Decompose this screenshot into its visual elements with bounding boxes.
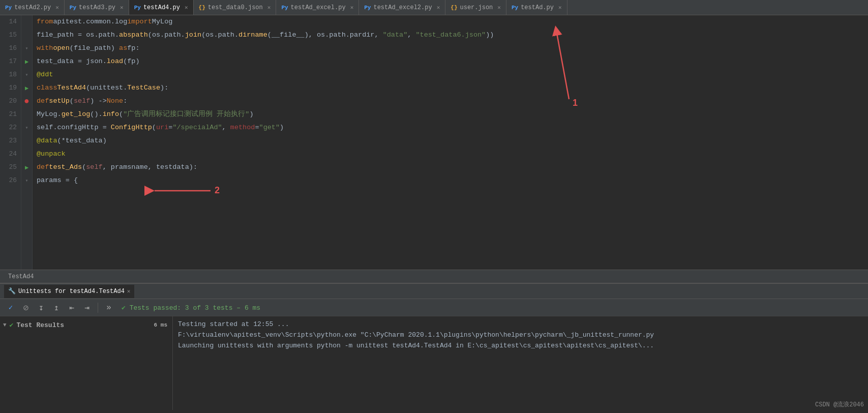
tab-testAd_excel[interactable]: PytestAd_excel.py✕ <box>276 0 359 15</box>
code-line-20[interactable]: def setUp(self) -> None: <box>33 95 868 108</box>
tab-label-testAd2: testAd2.py <box>14 4 51 11</box>
gutter-26[interactable]: ▾ <box>21 174 32 187</box>
sort-desc-button[interactable]: ↥ <box>50 302 63 314</box>
tab-testAd3[interactable]: PytestAd3.py✕ <box>65 0 129 15</box>
tab-close-testAd[interactable]: ✕ <box>558 4 562 11</box>
panel-toolbar: ✓ ⊘ ↧ ↥ ⇤ ⇥ » ✔ Tests passed: 3 of 3 tes… <box>0 299 868 316</box>
tab-testAd4[interactable]: PytestAd4.py✕ <box>129 0 194 15</box>
gutter-22[interactable]: ▾ <box>21 121 32 134</box>
code-line-16[interactable]: with open(file_path) as fp: <box>33 42 868 55</box>
editor-footer: TestAd4 <box>0 270 868 283</box>
tab-testAd[interactable]: PytestAd.py✕ <box>506 0 567 15</box>
line-num-22: 22 <box>4 121 17 134</box>
fold-18[interactable]: ▾ <box>25 72 28 78</box>
tab-close-testAd_excel2[interactable]: ✕ <box>437 4 440 11</box>
gutter-19[interactable]: ▶ <box>21 81 32 95</box>
line-numbers: 14151617181920212223242526 <box>0 15 21 270</box>
tree-root[interactable]: ▼ ✔ Test Results 6 ms <box>0 318 172 332</box>
console-line: F:\virtualenv\apitest_venv\Scripts\pytho… <box>178 330 863 341</box>
toolbar-separator <box>98 303 98 313</box>
gutter-16[interactable]: ▾ <box>21 42 32 55</box>
tab-close-testAd_excel[interactable]: ✕ <box>350 4 354 11</box>
tab-icon-testAd: Py <box>512 5 518 11</box>
run-icon-19[interactable]: ▶ <box>25 84 28 92</box>
code-line-17[interactable]: test_data = json.load(fp) <box>33 55 868 68</box>
panel-tab-unittests[interactable]: 🔧 Unittests for testAd4.TestAd4 ✕ <box>4 285 134 298</box>
line-num-26: 26 <box>4 174 17 187</box>
tab-label-testAd3: testAd3.py <box>79 4 115 11</box>
fold-26[interactable]: ▾ <box>25 178 28 184</box>
console-line: Testing started at 12:55 ... <box>178 319 863 330</box>
line-num-23: 23 <box>4 134 17 148</box>
test-status: ✔ Tests passed: 3 of 3 tests – 6 ms <box>122 304 260 312</box>
tab-icon-testAd4: Py <box>134 5 141 11</box>
breakpoint-20[interactable]: ● <box>24 96 29 106</box>
run-icon-17[interactable]: ▶ <box>25 58 28 66</box>
gutter-24 <box>21 148 32 161</box>
tab-icon-testAd3: Py <box>70 5 76 11</box>
editor-area: 14151617181920212223242526 ▾▶▾▶●▾▶▾ from… <box>0 15 868 270</box>
tab-close-testAd3[interactable]: ✕ <box>120 4 124 11</box>
line-num-19: 19 <box>4 81 17 95</box>
tree-expand-icon[interactable]: ▼ <box>3 322 7 328</box>
code-line-26[interactable]: params = { <box>33 174 868 187</box>
tab-label-user_json: user.json <box>460 4 493 11</box>
status-text: Tests passed: 3 of 3 tests – 6 ms <box>130 304 260 312</box>
line-num-21: 21 <box>4 108 17 121</box>
gutter-17[interactable]: ▶ <box>21 55 32 68</box>
tab-close-testAd4[interactable]: ✕ <box>185 4 188 11</box>
gutter-18[interactable]: ▾ <box>21 68 32 81</box>
code-line-24[interactable]: @unpack <box>33 148 868 161</box>
panel-tab-close[interactable]: ✕ <box>127 288 131 294</box>
tab-icon-test_data0: {} <box>199 5 205 11</box>
tab-testAd2[interactable]: PytestAd2.py✕ <box>0 0 65 15</box>
line-num-14: 14 <box>4 15 17 28</box>
tab-icon-user_json: {} <box>451 5 457 11</box>
footer-classname: TestAd4 <box>8 273 34 280</box>
tab-close-test_data0[interactable]: ✕ <box>267 4 271 11</box>
fold-16[interactable]: ▾ <box>25 45 28 51</box>
console-line: Launching unittests with arguments pytho… <box>178 341 863 351</box>
code-line-14[interactable]: from apitest.common.log import MyLog <box>33 15 868 28</box>
gutter-23 <box>21 134 32 148</box>
code-line-21[interactable]: MyLog.get_log().info("广告调用标记接口测试用例 开始执行"… <box>33 108 868 121</box>
code-line-19[interactable]: class TestAd4(unittest.TestCase): <box>33 81 868 95</box>
align-right-button[interactable]: ⇥ <box>80 302 94 314</box>
run-icon-25[interactable]: ▶ <box>25 164 28 171</box>
tab-label-testAd_excel2: testAd_excel2.py <box>373 4 432 11</box>
code-line-23[interactable]: @data(*test_data) <box>33 134 868 148</box>
code-line-22[interactable]: self.configHttp = ConfigHttp(uri="/speci… <box>33 121 868 134</box>
gutter-20[interactable]: ● <box>21 95 32 108</box>
forward-button[interactable]: » <box>102 302 115 314</box>
gutter-25[interactable]: ▶ <box>21 161 32 174</box>
tab-close-user_json[interactable]: ✕ <box>497 4 501 11</box>
tab-testAd_excel2[interactable]: PytestAd_excel2.py✕ <box>359 0 445 15</box>
tab-label-testAd_excel: testAd_excel.py <box>291 4 346 11</box>
tab-label-testAd4: testAd4.py <box>143 4 180 11</box>
code-line-15[interactable]: file_path = os.path.abspath(os.path.join… <box>33 28 868 42</box>
tab-user_json[interactable]: {}user.json✕ <box>445 0 506 15</box>
tab-label-testAd: testAd.py <box>521 4 554 11</box>
tab-close-testAd2[interactable]: ✕ <box>55 4 59 11</box>
line-num-24: 24 <box>4 148 17 161</box>
panel-tab-icon: 🔧 <box>8 287 16 295</box>
tree-root-label: Test Results <box>16 321 64 329</box>
line-num-17: 17 <box>4 55 17 68</box>
tab-test_data0[interactable]: {}test_data0.json✕ <box>194 0 277 15</box>
align-left-button[interactable]: ⇤ <box>65 302 78 314</box>
fold-22[interactable]: ▾ <box>25 125 28 131</box>
line-num-25: 25 <box>4 161 17 174</box>
code-line-25[interactable]: def test_Ads(self, pramsname, testdata): <box>33 161 868 174</box>
stop-button[interactable]: ⊘ <box>19 302 33 314</box>
gutter-21 <box>21 108 32 121</box>
console-panel: Testing started at 12:55 ...F:\virtualen… <box>173 316 868 410</box>
code-line-18[interactable]: @ddt <box>33 68 868 81</box>
sort-asc-button[interactable]: ↧ <box>35 302 48 314</box>
tab-bar: PytestAd2.py✕PytestAd3.py✕PytestAd4.py✕{… <box>0 0 868 15</box>
panel-tab-label: Unittests for testAd4.TestAd4 <box>18 288 125 295</box>
tab-label-test_data0: test_data0.json <box>208 4 263 11</box>
check-all-button[interactable]: ✓ <box>4 302 17 314</box>
line-num-15: 15 <box>4 28 17 42</box>
tree-root-time: 6 ms <box>154 322 167 328</box>
line-num-16: 16 <box>4 42 17 55</box>
